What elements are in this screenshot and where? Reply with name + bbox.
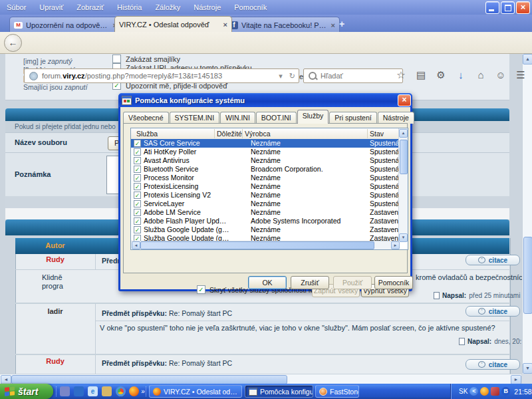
quicklaunch-icon-1[interactable] [60, 386, 70, 396]
service-row[interactable]: Služba Google Update (g…NeznámeZastavené [131, 225, 400, 234]
service-row[interactable]: ProtexisLicensingNeznámeSpustená [131, 182, 400, 191]
task-button-msconfig[interactable]: Pomôcka konfigurácie… [245, 385, 313, 398]
tab-services[interactable]: Služby [297, 110, 329, 124]
column-service[interactable]: Služba [136, 130, 158, 138]
column-status[interactable]: Stav [370, 130, 384, 138]
tab-general[interactable]: Všeobecné [123, 112, 169, 124]
menu-tools[interactable]: Nástroje [187, 0, 227, 15]
service-row[interactable]: Bluetooth ServiceBroadcom Corporation.Sp… [131, 165, 400, 174]
hamburger-menu-icon[interactable]: ☰ [511, 66, 531, 84]
column-manufacturer[interactable]: Výrobca [245, 130, 271, 138]
scroll-down-icon[interactable]: ▼ [523, 363, 532, 374]
back-button[interactable]: ← [4, 34, 22, 52]
pocket-icon[interactable]: ▤ [411, 66, 431, 84]
avast-tray-icon[interactable] [480, 387, 489, 396]
tab-startup[interactable]: Pri spustení [329, 112, 376, 124]
service-checkbox-icon[interactable] [134, 174, 141, 182]
help-button[interactable]: Pomocník [374, 276, 413, 289]
quote-button[interactable]: ”citace [466, 306, 520, 317]
messenger-icon[interactable]: ☺ [491, 66, 511, 84]
tab-close-icon[interactable]: × [223, 21, 227, 29]
scroll-left-icon[interactable]: ◄ [132, 241, 140, 249]
service-row[interactable]: Adobe Flash Player Upd…Adobe Systems Inc… [131, 217, 400, 225]
tray-chevron-icon[interactable]: < [469, 387, 478, 396]
scrollbar-thumb[interactable] [400, 140, 408, 174]
search-input[interactable] [319, 71, 388, 80]
chrome-icon[interactable] [116, 386, 126, 396]
close-button[interactable]: × [516, 1, 530, 14]
language-indicator[interactable]: SK [459, 388, 467, 395]
service-checkbox-icon[interactable] [134, 183, 141, 190]
quicklaunch-icon-2[interactable] [74, 386, 84, 396]
service-row[interactable]: Ati HotKey PollerNeznámeSpustená [131, 148, 400, 156]
service-checkbox-icon[interactable] [134, 209, 141, 216]
checkbox-checked-icon[interactable] [197, 285, 205, 294]
dialog-close-button[interactable]: × [398, 94, 411, 106]
scroll-up-icon[interactable]: ▲ [399, 129, 408, 138]
tab-gmail[interactable]: M Upozornění na odpověď v té… × [9, 17, 122, 33]
menu-file[interactable]: Súbor [0, 0, 33, 15]
services-vertical-scrollbar[interactable]: ▲ ▼ [398, 128, 408, 242]
urlbar-dropdown-icon[interactable]: ▾ [275, 72, 286, 80]
task-button-firefox[interactable]: VIRY.CZ • Odeslat od… [149, 385, 242, 398]
scroll-left-icon[interactable]: ◄ [1, 375, 11, 384]
quote-button[interactable]: ”citace [466, 255, 520, 265]
home-icon[interactable]: ⌂ [471, 66, 491, 84]
service-row[interactable]: Protexis Licensing V2NeznámeSpustená [131, 191, 400, 200]
scrollbar-thumb[interactable] [11, 375, 287, 384]
settings-gear-icon[interactable]: ⚙ [431, 66, 451, 84]
quote-button[interactable]: ”citace [466, 359, 520, 370]
checkbox-icon[interactable] [112, 55, 121, 63]
tab-viry-active[interactable]: VIRY.CZ • Odeslat odpověď × [114, 16, 232, 33]
internet-explorer-icon[interactable]: e [88, 386, 98, 396]
service-row[interactable]: ServiceLayerNeznámeSpustená [131, 200, 400, 208]
scroll-up-icon[interactable]: ▲ [523, 54, 532, 65]
start-button[interactable]: štart [0, 384, 53, 399]
scrollbar-thumb[interactable] [523, 237, 532, 314]
restore-button[interactable] [501, 1, 515, 14]
post-author[interactable]: Rudy [15, 255, 95, 263]
scroll-right-icon[interactable]: ► [511, 375, 521, 384]
menu-bookmarks[interactable]: Záložky [148, 0, 187, 15]
service-row[interactable]: Process MonitorNeznámeSpustená [131, 174, 400, 182]
service-checkbox-icon[interactable] [134, 157, 141, 164]
ok-button[interactable]: OK [248, 276, 287, 289]
service-checkbox-icon[interactable] [134, 166, 141, 173]
service-checkbox-icon[interactable] [134, 148, 141, 156]
scroll-right-icon[interactable]: ► [391, 241, 400, 249]
service-row[interactable]: SAS Core ServiceNeznámeSpustená [131, 139, 400, 148]
service-row[interactable]: Adobe LM ServiceNeznámeZastavené [131, 208, 400, 217]
address-bar[interactable]: forum.viry.cz/posting.php?mode=reply&f=1… [24, 68, 299, 83]
task-button-faststone[interactable]: FastStone [315, 385, 359, 398]
quicklaunch-icon-4[interactable] [102, 386, 112, 396]
page-vertical-scrollbar[interactable]: ▲ ▼ [522, 53, 532, 374]
services-horizontal-scrollbar[interactable]: ◄ ► [131, 241, 400, 249]
service-row[interactable]: Avast AntivirusNeznámeSpustená [131, 156, 400, 165]
tab-tools[interactable]: Nástroje [378, 112, 414, 124]
minimize-button[interactable] [485, 1, 499, 14]
service-checkbox-icon[interactable] [134, 192, 141, 199]
bookmark-star-icon[interactable]: ☆ [391, 66, 411, 84]
tab-bootini[interactable]: BOOT.INI [256, 112, 297, 124]
tab-systemini[interactable]: SYSTEM.INI [170, 112, 220, 124]
scrollbar-thumb[interactable] [140, 241, 374, 249]
new-tab-button[interactable]: + [335, 19, 348, 30]
column-essential[interactable]: Dôležité [217, 130, 242, 138]
scroll-down-icon[interactable]: ▼ [399, 233, 408, 242]
tab-facebook[interactable]: f Vitajte na Facebooku! Prihlást… × [225, 17, 340, 33]
apply-button[interactable]: Použiť [333, 276, 372, 289]
search-bar[interactable] [303, 68, 403, 83]
option-disable-smilies[interactable]: Zakázat smajlíky [112, 55, 180, 63]
menu-view[interactable]: Zobraziť [70, 0, 110, 15]
tray-icon-red[interactable] [491, 387, 499, 396]
downloads-icon[interactable]: ↓ [451, 66, 471, 84]
service-checkbox-icon[interactable] [134, 140, 141, 147]
menu-help[interactable]: Pomocník [227, 0, 273, 15]
dialog-title-bar[interactable]: Pomôcka konfigurácie systému × [118, 93, 412, 107]
post-author[interactable]: ladir [15, 307, 95, 315]
bluetooth-tray-icon[interactable]: B [501, 387, 510, 396]
firefox-icon[interactable] [129, 386, 139, 396]
reload-icon[interactable]: ↻ [286, 72, 299, 80]
service-checkbox-icon[interactable] [134, 200, 141, 207]
menu-history[interactable]: História [110, 0, 148, 15]
